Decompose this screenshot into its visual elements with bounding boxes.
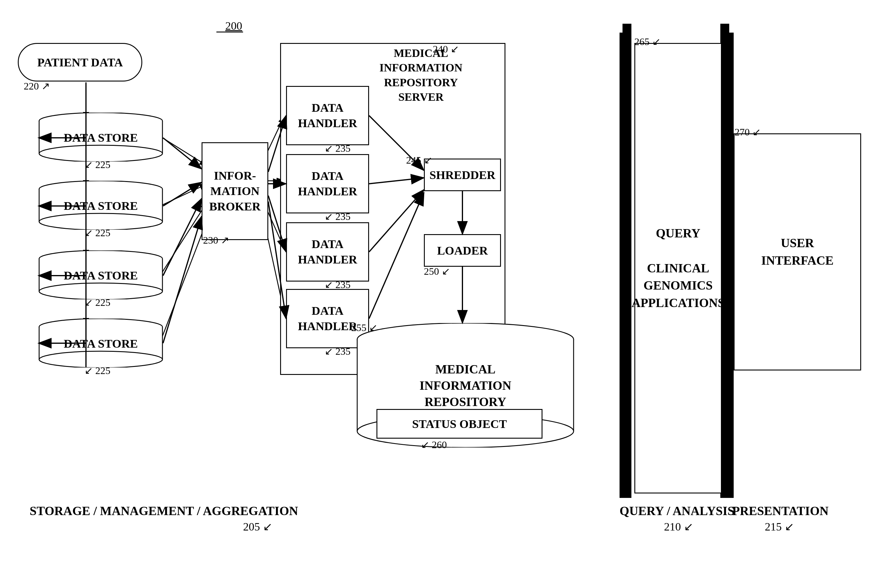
data-handler-2-label: DATAHANDLER <box>298 168 357 199</box>
svg-line-14 <box>160 219 207 342</box>
ref-210: 210 ↙ <box>664 520 693 533</box>
loader-label: LOADER <box>437 244 488 258</box>
ref-240: 240 ↙ <box>433 43 459 55</box>
data-handler-1-box: DATAHANDLER <box>286 86 369 145</box>
ref-225-3: ↙ 225 <box>84 296 111 308</box>
shredder-box: SHREDDER <box>424 159 501 191</box>
shredder-label: SHREDDER <box>429 168 496 182</box>
ref-235-3: ↙ 235 <box>324 279 351 291</box>
ref-215: 215 ↙ <box>765 520 794 533</box>
svg-text:DATA STORE: DATA STORE <box>64 131 138 144</box>
query-clinical-box: QUERYCLINICALGENOMICSAPPLICATIONS <box>634 43 722 494</box>
info-broker-label: INFOR-MATIONBROKER <box>209 168 261 214</box>
data-store-1: DATA STORE <box>39 112 163 162</box>
ref-265: 265 ↙ <box>634 36 661 47</box>
svg-line-65 <box>163 138 201 169</box>
svg-text:MEDICAL: MEDICAL <box>435 363 496 376</box>
patient-data-label: PATIENT DATA <box>38 56 123 69</box>
data-handler-3-label: DATAHANDLER <box>298 237 357 267</box>
svg-line-68 <box>163 216 201 343</box>
ref-235-1: ↙ 235 <box>324 142 351 154</box>
svg-text:INFORMATION: INFORMATION <box>419 379 511 392</box>
ref-260: ↙ 260 <box>421 439 447 450</box>
data-store-2: DATA STORE <box>39 181 163 230</box>
ref-225-2: ↙ 225 <box>84 227 111 238</box>
user-interface-label: USERINTERFACE <box>761 234 833 269</box>
query-clinical-label: QUERYCLINICALGENOMICSAPPLICATIONS <box>631 225 724 312</box>
svg-rect-79 <box>620 33 631 498</box>
svg-text:DATA STORE: DATA STORE <box>64 199 138 213</box>
data-handler-4-label: DATAHANDLER <box>298 303 357 334</box>
status-object-label: STATUS OBJECT <box>412 417 507 431</box>
data-handler-3-box: DATAHANDLER <box>286 222 369 282</box>
svg-line-11 <box>160 136 207 166</box>
patient-data-oval: PATIENT DATA <box>18 43 142 81</box>
storage-label: STORAGE / MANAGEMENT / AGGREGATION <box>30 504 298 518</box>
ref-230: 230 ↗ <box>203 234 229 246</box>
ref-235-4: ↙ 235 <box>324 345 351 357</box>
ref-245: 245 ↙ <box>406 154 432 166</box>
ref-200: 200 <box>225 19 242 32</box>
ref-220: 220 ↗ <box>24 80 50 92</box>
ref-205: 205 ↙ <box>243 520 272 533</box>
svg-text:REPOSITORY: REPOSITORY <box>425 395 506 409</box>
svg-line-66 <box>163 182 201 206</box>
status-object-box: STATUS OBJECT <box>377 409 542 439</box>
data-store-3: DATA STORE <box>39 250 163 299</box>
svg-line-67 <box>163 199 201 276</box>
data-handler-1-label: DATAHANDLER <box>298 100 357 131</box>
ref-270: 270 ↙ <box>734 126 761 138</box>
query-label: QUERY / ANALYSIS <box>620 504 734 518</box>
ref-235-2: ↙ 235 <box>324 210 351 222</box>
loader-box: LOADER <box>424 234 501 267</box>
user-interface-box: USERINTERFACE <box>734 134 861 370</box>
svg-line-13 <box>160 201 207 276</box>
svg-rect-25 <box>623 24 631 498</box>
ref-250: 250 ↙ <box>424 265 450 277</box>
presentation-label: PRESENTATION <box>732 504 829 518</box>
ref-225-4: ↙ 225 <box>84 364 111 376</box>
svg-text:DATA STORE: DATA STORE <box>64 269 138 282</box>
data-store-4: DATA STORE <box>39 319 163 368</box>
svg-line-12 <box>160 184 207 206</box>
ref-255: 255 ↙ <box>351 322 377 333</box>
svg-text:DATA STORE: DATA STORE <box>64 337 138 350</box>
data-handler-2-box: DATAHANDLER <box>286 154 369 213</box>
info-broker-box: INFOR-MATIONBROKER <box>201 142 268 240</box>
diagram: 200 PATIENT DATA 220 ↗ DATA STORE ↙ 225 … <box>0 0 889 588</box>
ref-225-1: ↙ 225 <box>84 159 111 170</box>
